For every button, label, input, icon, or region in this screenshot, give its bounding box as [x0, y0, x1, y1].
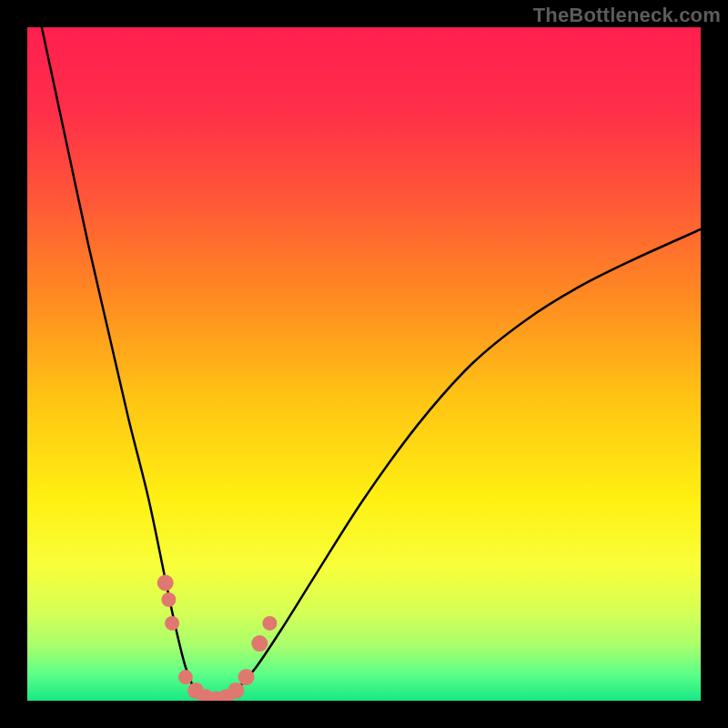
plot-area — [27, 27, 701, 701]
scatter-dot — [251, 635, 268, 652]
scatter-dot — [178, 670, 193, 684]
watermark-text: TheBottleneck.com — [533, 4, 721, 27]
scatter-dot — [238, 669, 255, 685]
scatter-dot — [165, 616, 179, 631]
outer-frame: TheBottleneck.com — [0, 0, 728, 728]
scatter-dot — [228, 682, 244, 699]
scatter-dot — [161, 592, 176, 607]
chart-svg — [27, 27, 701, 701]
bottleneck-curve — [27, 27, 701, 701]
scatter-points — [157, 575, 278, 702]
scatter-dot — [262, 616, 277, 631]
scatter-dot — [157, 575, 174, 592]
